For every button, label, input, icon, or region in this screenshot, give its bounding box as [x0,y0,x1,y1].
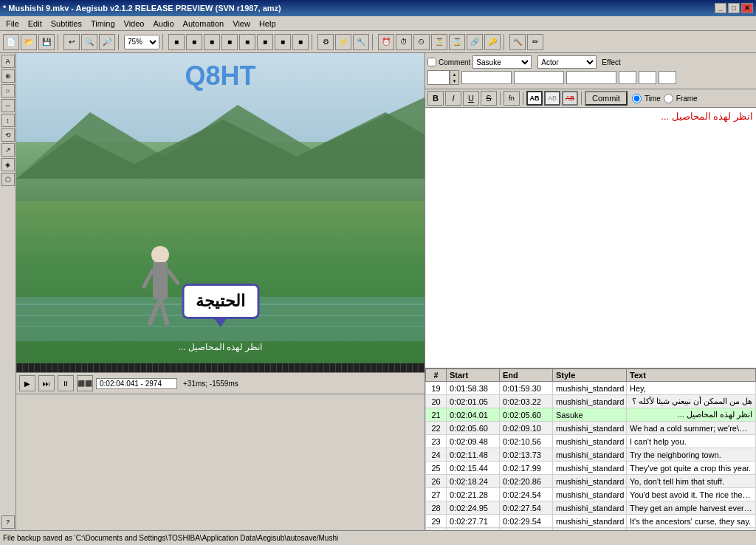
left-btn-6[interactable]: ⟲ [1,128,15,142]
time-radio[interactable] [632,94,642,103]
cell-text: Yo, don't tell him that stuff. [627,475,756,488]
bold-button[interactable]: B [427,91,444,106]
color3-button[interactable]: AB [562,91,578,106]
subtitle-text-area[interactable]: انظر لهذه المحاصيل ... [425,108,756,368]
actor-select[interactable]: Actor [537,55,597,69]
tb-btn-20[interactable]: ✏ [527,34,543,50]
tb-btn-11[interactable]: 🔧 [353,34,369,50]
menu-edit[interactable]: Edit [24,18,47,30]
left-btn-2[interactable]: ⊕ [1,69,15,83]
table-row[interactable]: 22 0:02:05.60 0:02:09.10 mushishi_standa… [426,422,756,435]
new-button[interactable]: 📄 [3,34,19,50]
table-row[interactable]: 29 0:02:27.71 0:02:29.54 mushishi_standa… [426,515,756,528]
tb-btn-4[interactable]: ■ [221,34,238,50]
cell-end: 0:02:09.10 [500,422,553,435]
menu-audio[interactable]: Audio [148,18,178,30]
table-row[interactable]: 21 0:02:04.01 0:02:05.60 Sasuke انظر لهذ… [426,408,756,422]
cell-style: Sasuke [553,408,627,422]
table-row[interactable]: 19 0:01:58.38 0:01:59.30 mushishi_standa… [426,382,756,395]
save-button[interactable]: 💾 [38,34,55,50]
tb-btn-3[interactable]: ■ [204,34,220,50]
loop-button[interactable]: ⬛⬛ [77,375,93,391]
minimize-button[interactable]: _ [715,3,726,13]
tb-btn-19[interactable]: 🔨 [509,34,526,50]
tb-btn-2[interactable]: ■ [186,34,202,50]
left-btn-3[interactable]: ○ [1,84,15,97]
layer-up[interactable]: ▲ [450,71,458,78]
menu-timing[interactable]: Timing [86,18,120,30]
commit-button[interactable]: Commit [585,91,628,106]
subtitle-table-container[interactable]: # Start End Style Text 19 0:01:58.38 0:0… [425,368,756,530]
frame-radio[interactable] [664,94,673,103]
tb-btn-5[interactable]: ■ [239,34,255,50]
table-row[interactable]: 20 0:02:01.05 0:02:03.22 mushishi_standa… [426,395,756,408]
margin-v-input[interactable]: 0 [659,71,676,84]
menu-automation[interactable]: Automation [179,18,229,30]
close-button[interactable]: ✕ [741,3,753,13]
strikethrough-button[interactable]: S [481,91,497,106]
left-btn-7[interactable]: ↗ [1,143,15,157]
color1-button[interactable]: AB [526,91,543,106]
tb-btn-6[interactable]: ■ [257,34,273,50]
layer-input[interactable]: 0 [428,72,449,83]
table-row[interactable]: 26 0:02:18.24 0:02:20.86 mushishi_standa… [426,475,756,488]
video-column: Q8HT الحتيجة انظر لهذه المحاصيل ... ▶ ⏭ … [16,53,425,530]
tb-btn-15[interactable]: ⏳ [431,34,447,50]
find2-button[interactable]: 🔎 [99,34,115,50]
left-btn-5[interactable]: ↕ [1,114,15,127]
tb-btn-9[interactable]: ⚙ [317,34,334,50]
left-btn-8[interactable]: ◈ [1,158,15,171]
window-title: * Mushishi 9.mkv - Aegisub v2.1.2 RELEAS… [3,4,281,13]
pause-button[interactable]: ⏸ [58,375,74,391]
speaker-select[interactable]: Sasuke [472,55,532,69]
next-frame-button[interactable]: ⏭ [38,375,55,391]
tb-btn-7[interactable]: ■ [275,34,291,50]
menu-help[interactable]: Help [255,18,281,30]
end-time-input[interactable]: 0:02:05.60 [514,71,564,84]
menu-video[interactable]: Video [120,18,149,30]
tb-btn-18[interactable]: 🔑 [484,34,501,50]
left-btn-help[interactable]: ? [1,515,15,529]
cell-num: 25 [426,462,447,475]
undo-button[interactable]: ↩ [63,34,80,50]
font-button[interactable]: fn [504,91,520,106]
tb-btn-17[interactable]: 🔗 [467,34,483,50]
tb-btn-8[interactable]: ■ [292,34,309,50]
open-button[interactable]: 📂 [21,34,37,50]
tb-btn-14[interactable]: ⏲ [413,34,430,50]
tb-btn-12[interactable]: ⏰ [378,34,394,50]
tb-btn-1[interactable]: ■ [168,34,185,50]
left-btn-1[interactable]: A [1,55,15,68]
play-button[interactable]: ▶ [19,375,35,391]
margin-l-input[interactable]: 0 [619,71,636,84]
left-btn-4[interactable]: ↔ [1,99,15,112]
table-row[interactable]: 27 0:02:21.28 0:02:24.54 mushishi_standa… [426,488,756,501]
menu-file[interactable]: File [1,18,24,30]
underline-button[interactable]: U [463,91,479,106]
tb-btn-10[interactable]: ⚡ [335,34,351,50]
status-bar: File backup saved as 'C:\Documents and S… [0,530,756,545]
table-row[interactable]: 23 0:02:09.48 0:02:10.56 mushishi_standa… [426,435,756,448]
start-time-input[interactable]: 0:02:04.01 [461,71,512,84]
timeline[interactable] [16,363,425,372]
menu-view[interactable]: View [228,18,255,30]
table-row[interactable]: 25 0:02:15.44 0:02:17.99 mushishi_standa… [426,462,756,475]
color2-button[interactable]: AB [544,91,560,106]
tb-btn-16[interactable]: ⌛ [449,34,465,50]
cell-end: 0:02:27.54 [500,501,553,515]
zoom-select[interactable]: 75% 50% 100% [124,35,159,49]
italic-button[interactable]: I [445,91,461,106]
table-row[interactable]: 24 0:02:11.48 0:02:13.73 mushishi_standa… [426,448,756,462]
left-btn-9[interactable]: ⬡ [1,173,15,186]
layer-down[interactable]: ▼ [450,78,458,84]
comment-checkbox[interactable] [427,58,436,66]
cell-start: 0:02:11.48 [447,448,500,462]
find-button[interactable]: 🔍 [81,34,97,50]
tb-btn-13[interactable]: ⏱ [396,34,412,50]
menu-subtitles[interactable]: Subtitles [47,18,86,30]
maximize-button[interactable]: □ [728,3,740,13]
table-row[interactable]: 28 0:02:24.95 0:02:27.54 mushishi_standa… [426,501,756,515]
margin-r-input[interactable]: 0 [639,71,656,84]
video-frame[interactable]: Q8HT الحتيجة انظر لهذه المحاصيل ... [16,53,425,363]
duration-input[interactable]: 0:00:01.59 [566,71,616,84]
